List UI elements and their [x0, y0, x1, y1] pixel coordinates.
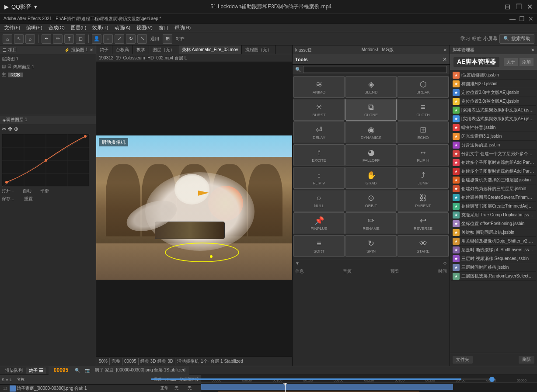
- scale-tool[interactable]: ⤡: [137, 34, 147, 44]
- ae-restore-btn[interactable]: ❐: [519, 15, 525, 22]
- classic-3d-control[interactable]: 经典 3D: [157, 358, 173, 364]
- tl-tab-render[interactable]: 渲染队列: [3, 368, 25, 374]
- menu-composition[interactable]: 合成(C): [46, 24, 67, 31]
- tool-grab[interactable]: ✋ GRAB: [345, 167, 397, 189]
- ae-menubar[interactable]: 文件(F) 编辑(E) 合成(C) 图层(L) 效果(T) 动画(A) 视图(V…: [0, 24, 537, 32]
- menu-effect[interactable]: 效果(T): [90, 24, 111, 31]
- script-list-item[interactable]: ★三层随机选层.RandomLayerSelector.jsb…: [451, 272, 536, 281]
- preview-tab[interactable]: 预览: [391, 268, 399, 274]
- tool-excite[interactable]: ⟟ EXCITE: [293, 144, 345, 166]
- viewer-canvas-area[interactable]: 启动摄像机: [96, 62, 292, 353]
- tl-tab-pigeon[interactable]: 鸽子 ☰: [26, 368, 46, 374]
- tool-burst[interactable]: ✳ BURST: [293, 99, 345, 121]
- add-tool[interactable]: +: [103, 34, 113, 44]
- tool-dynamics[interactable]: ◉ DYNAMICS: [345, 121, 397, 143]
- tl-toolbar-lock[interactable]: L: [10, 378, 12, 382]
- menu-view[interactable]: 视图(V): [134, 24, 155, 31]
- video-progress-dot[interactable]: [489, 377, 495, 382]
- video-progress-bar[interactable]: [151, 378, 492, 380]
- tl-toolbar-visible[interactable]: V: [6, 378, 8, 382]
- layer-alpha-12[interactable]: 无: [174, 385, 188, 391]
- script-list-item[interactable]: ★创建多个子图形时追踪的组Add Pare…: [451, 158, 536, 167]
- curves-smooth-btn[interactable]: 平滑: [40, 188, 49, 194]
- tool-echo[interactable]: ⊞ ECHO: [398, 121, 449, 143]
- close-icon[interactable]: ✕: [90, 48, 93, 52]
- script-list-item[interactable]: ★三层时 视频渐移 Sequences.jssbin: [451, 254, 536, 263]
- tool-clone[interactable]: ⧉ CLONE: [345, 99, 397, 121]
- motion-search-bar[interactable]: 🔍: [293, 65, 450, 74]
- curves-canvas[interactable]: [2, 134, 89, 186]
- layer-mode-12[interactable]: 正常: [160, 385, 174, 391]
- time-tab[interactable]: 时间: [438, 268, 447, 274]
- pen-tool[interactable]: ✒: [42, 34, 51, 44]
- script-list-item[interactable]: ★克隆采用 True Comp Duplicator.jssbin: [451, 211, 536, 219]
- align-tool[interactable]: ⊞: [163, 34, 172, 44]
- menu-animation[interactable]: 动画(A): [112, 24, 133, 31]
- tab-flowchart[interactable]: 流程图（无）: [242, 45, 275, 54]
- script-folder-btn[interactable]: 文件夹: [453, 356, 473, 364]
- window-restore-btn[interactable]: ❐: [516, 3, 522, 11]
- os-bar-controls[interactable]: ⊟ ❐ ✕: [505, 3, 533, 11]
- script-list-item[interactable]: ★分割文字 创建一个文字层另外多个字…: [451, 149, 536, 158]
- timeline-bars-area[interactable]: 00000 00050 00100 00150 00200 00250 0030…: [201, 375, 537, 392]
- project-checkbox[interactable]: ☑: [7, 64, 11, 70]
- script-list-item[interactable]: ★用关键帧及摄像机Dojo_Shifter_v2.0.j…: [451, 237, 536, 246]
- tab-layer-none[interactable]: 图层（无）: [149, 45, 178, 54]
- script-list-item[interactable]: ★分身送你的里.jssbin: [451, 141, 536, 149]
- script-list-item[interactable]: ★创建调整图层CreateSeveralTrimmed…: [451, 193, 536, 202]
- layer-name-12[interactable]: 鸽子家庭_[00000-00300].png 合成 1: [17, 385, 160, 392]
- script-list-item[interactable]: ★椭圆排列2.0.jssbin: [451, 80, 536, 88]
- motion-close-x[interactable]: ✕: [443, 56, 447, 62]
- window-close-btn[interactable]: ✕: [527, 3, 533, 11]
- tool-rename[interactable]: ✏ RENAME: [345, 212, 397, 234]
- search-help-input[interactable]: 🔍 搜索帮助: [499, 34, 534, 44]
- curves-open-btn[interactable]: 打开...: [2, 188, 14, 194]
- menu-layer[interactable]: 图层(L): [68, 24, 89, 31]
- menu-help[interactable]: 帮助(H): [172, 24, 193, 31]
- script-list-item[interactable]: ★层是时 渐线缓移 pt_ShiftLayers.jssbin: [451, 246, 536, 254]
- tool-sort[interactable]: ≡ SORT: [293, 235, 345, 257]
- tool-pinplus[interactable]: 📌 PINPLUS: [293, 212, 345, 234]
- script-about-btn[interactable]: 关于: [504, 58, 518, 66]
- tool-jump[interactable]: ⤴ JUMP: [398, 167, 449, 189]
- menu-window[interactable]: 窗口: [156, 24, 171, 31]
- move-tool[interactable]: ⤢: [115, 34, 124, 44]
- curves-auto-btn[interactable]: 自动: [23, 188, 31, 194]
- script-list-item[interactable]: ★三层时间时间移移.jssbin: [451, 263, 536, 272]
- motion-search-input[interactable]: [303, 66, 447, 73]
- tool-orbit[interactable]: ⊙ ORBIT: [345, 190, 397, 212]
- home-tool[interactable]: ⌂: [3, 34, 12, 44]
- tab-board[interactable]: 台板高: [112, 45, 133, 54]
- tool-parent[interactable]: ⛓ PARENT: [398, 190, 449, 212]
- tool-null[interactable]: ○ NULL: [293, 190, 345, 212]
- script-list-item[interactable]: ★i位置线链接0.jssbin: [451, 71, 536, 80]
- script-refresh-btn[interactable]: 刷新: [519, 356, 534, 364]
- quality-control[interactable]: 完整: [112, 358, 120, 364]
- text-tool[interactable]: T: [64, 34, 74, 44]
- ae-window-controls[interactable]: — ❐ ✕: [509, 15, 534, 22]
- script-list-item[interactable]: ★[采用表达式集聚效果](中文版AE).jssbin: [451, 106, 536, 114]
- brush-tool[interactable]: ✏: [53, 34, 63, 44]
- motion-close-btn[interactable]: ✕: [443, 48, 447, 52]
- rotate-tool[interactable]: ↻: [126, 34, 136, 44]
- tab-teaching[interactable]: 教学: [133, 45, 149, 54]
- script-list-item[interactable]: ★创建摄像机为选择的三维层层.jssbin: [451, 176, 536, 184]
- script-list-item[interactable]: ★坐标位置 offsetPositioning.jssbin: [451, 219, 536, 228]
- audio-tab[interactable]: 音频: [343, 268, 352, 274]
- camera-control[interactable]: 活动摄像机: [177, 358, 199, 364]
- tool-animo[interactable]: ≋ ANIMO: [293, 76, 345, 98]
- tool-reverse[interactable]: ↩ REVERSE: [398, 212, 449, 234]
- people-tool[interactable]: 👤: [92, 34, 101, 44]
- tl-toolbar-solo[interactable]: S: [2, 378, 4, 382]
- tl-timecode[interactable]: 00095: [50, 367, 72, 373]
- tool-break[interactable]: ⬡ BREAK: [398, 76, 449, 98]
- tool-blend[interactable]: ◈ BLEND: [345, 76, 397, 98]
- tools-tab[interactable]: Tools: [295, 57, 308, 62]
- tool-cloth[interactable]: ≡ CLOTH: [398, 99, 449, 121]
- tool-falloff[interactable]: ◕ FALLOFF: [345, 144, 397, 166]
- ae-minimize-btn[interactable]: —: [509, 15, 516, 22]
- curves-save-btn[interactable]: 保存...: [2, 196, 14, 201]
- zoom-control[interactable]: 50%: [99, 359, 108, 364]
- 3d-mode-control[interactable]: 经典 3D: [140, 358, 156, 364]
- timeline-tabs[interactable]: 渲染队列 鸽子 ☰: [3, 368, 46, 374]
